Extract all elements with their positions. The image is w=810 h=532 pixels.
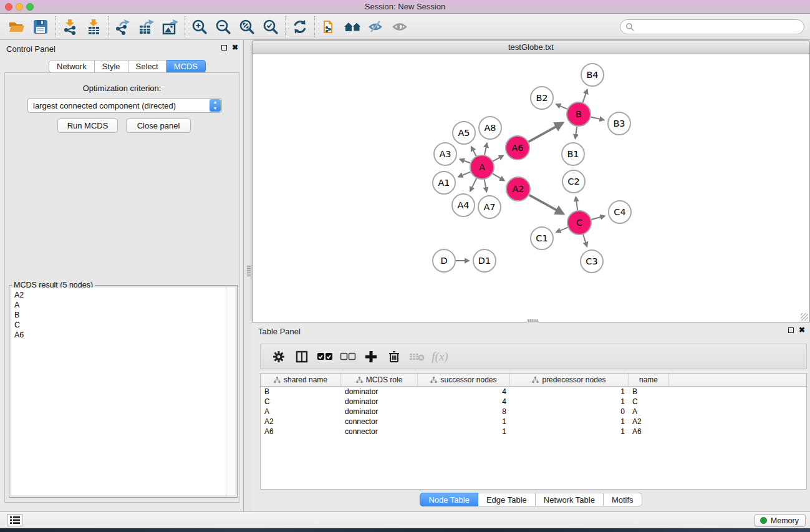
node-A5[interactable]: A5 xyxy=(453,122,475,144)
column-header-shared-name[interactable]: shared name xyxy=(261,374,341,386)
table-cell[interactable]: 4 xyxy=(418,387,510,397)
table-cell[interactable]: B xyxy=(629,387,669,397)
node-C1[interactable]: C1 xyxy=(531,227,553,249)
zoom-in-button[interactable] xyxy=(188,16,211,37)
table-row[interactable]: A6connector11A6 xyxy=(261,427,806,437)
task-history-button[interactable] xyxy=(7,514,22,526)
node-C[interactable]: C xyxy=(567,211,591,235)
settings-gear-button[interactable] xyxy=(267,346,290,367)
table-cell[interactable]: 4 xyxy=(418,397,510,407)
table-cell[interactable]: 1 xyxy=(510,417,629,427)
column-visibility-button[interactable] xyxy=(290,346,313,367)
first-neighbors-button[interactable] xyxy=(341,16,365,37)
table-cell[interactable]: A6 xyxy=(629,427,669,437)
node-D1[interactable]: D1 xyxy=(473,249,496,272)
network-nodes[interactable]: A5A8A3A1A4A7AA6A2BB2B4B3B1C2CC4C1C3DD1 xyxy=(433,64,631,273)
zoom-fit-button[interactable] xyxy=(235,16,259,37)
node-A8[interactable]: A8 xyxy=(479,117,501,139)
tab-network-table[interactable]: Network Table xyxy=(536,493,604,506)
memory-button[interactable]: Memory xyxy=(755,514,806,527)
node-A7[interactable]: A7 xyxy=(478,196,501,218)
node-A[interactable]: A xyxy=(470,155,494,179)
vertical-divider-handle[interactable] xyxy=(247,265,251,276)
zoom-selected-button[interactable] xyxy=(259,16,282,37)
edge-C-C3[interactable] xyxy=(583,235,587,246)
edge-B-B3[interactable] xyxy=(591,117,604,120)
edge-B-B2[interactable] xyxy=(556,104,567,109)
delete-column-button[interactable] xyxy=(382,346,405,367)
float-panel-icon[interactable] xyxy=(788,327,794,333)
table-cell[interactable]: 1 xyxy=(510,427,629,437)
edge-A6-B[interactable] xyxy=(529,123,563,142)
node-C3[interactable]: C3 xyxy=(581,250,603,273)
table-cell[interactable]: A xyxy=(261,407,341,417)
node-C4[interactable]: C4 xyxy=(609,201,631,223)
edge-A-A3[interactable] xyxy=(460,159,471,163)
edge-A-A1[interactable] xyxy=(458,172,470,177)
tab-style[interactable]: Style xyxy=(95,60,128,73)
table-cell[interactable]: 1 xyxy=(418,427,510,437)
node-table-body[interactable]: Bdominator41BCdominator41CAdominator80AA… xyxy=(261,387,806,437)
export-image-button[interactable] xyxy=(158,16,182,37)
export-network-button[interactable] xyxy=(111,16,135,37)
import-network-button[interactable] xyxy=(58,16,82,37)
table-cell[interactable]: A2 xyxy=(261,417,341,427)
close-panel-button[interactable]: Close panel xyxy=(126,118,191,133)
node-B2[interactable]: B2 xyxy=(531,87,553,109)
deselect-all-button[interactable] xyxy=(336,346,359,367)
table-row[interactable]: A2connector11A2 xyxy=(261,417,806,427)
tab-motifs[interactable]: Motifs xyxy=(604,493,642,506)
table-cell[interactable]: 1 xyxy=(418,417,510,427)
edge-A-A6[interactable] xyxy=(493,155,504,161)
column-header-successor-nodes[interactable]: successor nodes xyxy=(418,374,510,386)
column-header-predecessor-nodes[interactable]: predecessor nodes xyxy=(510,374,629,386)
table-cell[interactable]: B xyxy=(261,387,341,397)
edge-B-B4[interactable] xyxy=(583,90,587,103)
table-cell[interactable]: A2 xyxy=(629,417,669,427)
mcds-result-item[interactable]: B xyxy=(14,310,226,320)
node-D[interactable]: D xyxy=(433,249,455,272)
edge-A-A5[interactable] xyxy=(471,147,476,156)
table-cell[interactable]: 1 xyxy=(510,387,629,397)
open-session-button[interactable] xyxy=(5,16,29,37)
search-input[interactable] xyxy=(620,19,804,34)
edge-C-C1[interactable] xyxy=(556,228,567,233)
node-A6[interactable]: A6 xyxy=(506,136,529,160)
table-row[interactable]: Bdominator41B xyxy=(261,387,806,397)
tab-node-table[interactable]: Node Table xyxy=(420,493,478,506)
close-panel-icon[interactable]: ✖ xyxy=(799,327,805,333)
table-cell[interactable]: connector xyxy=(341,417,418,427)
edge-C-C4[interactable] xyxy=(591,216,604,220)
table-cell[interactable]: connector xyxy=(341,427,418,437)
table-cell[interactable]: dominator xyxy=(341,387,418,397)
import-table-button[interactable] xyxy=(82,16,105,37)
function-builder-button[interactable]: f(x) xyxy=(428,346,451,367)
node-B4[interactable]: B4 xyxy=(581,64,604,86)
float-panel-icon[interactable] xyxy=(221,45,227,51)
mcds-result-item[interactable]: A2 xyxy=(14,290,226,300)
node-B[interactable]: B xyxy=(567,102,591,126)
edge-A-A8[interactable] xyxy=(485,143,487,155)
edge-A-A4[interactable] xyxy=(470,178,476,191)
save-session-button[interactable] xyxy=(29,16,52,37)
column-header-MCDS-role[interactable]: MCDS role xyxy=(341,374,418,386)
tab-edge-table[interactable]: Edge Table xyxy=(478,493,536,506)
edge-A2-C[interactable] xyxy=(529,195,564,214)
node-A4[interactable]: A4 xyxy=(452,194,475,216)
optimization-criterion-select[interactable]: largest connected component (directed) ▲… xyxy=(27,98,222,113)
hide-selected-button[interactable] xyxy=(365,16,388,37)
node-B1[interactable]: B1 xyxy=(562,143,584,165)
mcds-result-scrollbar[interactable] xyxy=(226,288,235,495)
zoom-out-button[interactable] xyxy=(211,16,235,37)
refresh-button[interactable] xyxy=(288,16,312,37)
edge-C-C2[interactable] xyxy=(576,197,577,210)
tab-mcds[interactable]: MCDS xyxy=(166,60,206,73)
network-canvas[interactable]: A5A8A3A1A4A7AA6A2BB2B4B3B1C2CC4C1C3DD1 xyxy=(253,54,809,322)
table-row[interactable]: Cdominator41C xyxy=(261,397,806,407)
mcds-result-item[interactable]: A6 xyxy=(14,330,226,340)
table-cell[interactable]: dominator xyxy=(341,407,418,417)
node-B3[interactable]: B3 xyxy=(608,112,630,135)
network-window-titlebar[interactable]: testGlobe.txt xyxy=(253,41,809,54)
clone-network-button[interactable] xyxy=(317,16,341,37)
table-cell[interactable]: C xyxy=(261,397,341,407)
